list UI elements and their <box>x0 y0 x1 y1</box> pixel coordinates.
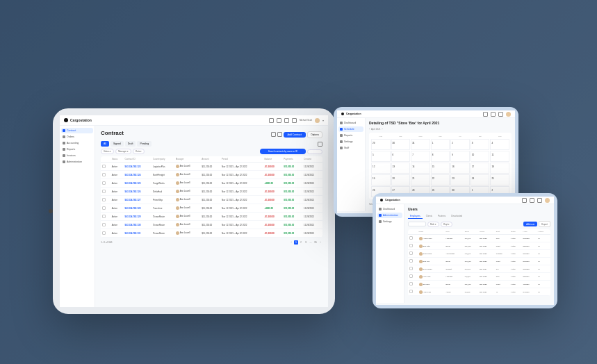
sidebar-item-dashboard[interactable]: Dashboard <box>338 120 363 126</box>
add-contract-button[interactable]: Add Contract <box>284 132 306 138</box>
sidebar-item-orders[interactable]: Orders <box>61 134 93 140</box>
calendar-day[interactable]: 8 <box>431 151 450 162</box>
notification-icon[interactable] <box>483 112 488 117</box>
calendar-day[interactable]: 1 <box>431 139 450 150</box>
calendar-day[interactable]: 9 <box>450 151 470 162</box>
sidebar-item-schedule[interactable]: Schedule <box>338 126 363 132</box>
page-button[interactable]: 1 <box>294 240 298 245</box>
column-header[interactable]: Amount <box>200 156 220 163</box>
contract-id-link[interactable]: 563.134-782.126 <box>124 188 152 196</box>
tab-clients[interactable]: Clients <box>424 214 434 219</box>
checkbox[interactable] <box>409 251 413 255</box>
table-row[interactable]: Active563.134-782.128TransLineAnn Lowell… <box>101 204 322 213</box>
calendar-day[interactable]: 5 <box>371 151 391 162</box>
page-button[interactable]: › <box>318 240 322 245</box>
filter-pill[interactable]: Date ▾ <box>133 149 145 154</box>
calendar-day[interactable]: 11 <box>490 151 509 162</box>
page-button[interactable]: 3 <box>304 240 308 245</box>
tab-employees[interactable]: Employees <box>408 214 423 219</box>
checkbox[interactable] <box>409 282 413 286</box>
sidebar-item-invoices[interactable]: Invoices <box>61 153 93 158</box>
table-row[interactable]: Active563.134-782.127PrimeShipAnn Lowell… <box>101 196 322 204</box>
column-header[interactable]: Created <box>302 156 322 163</box>
page-button[interactable]: 35 <box>313 240 318 245</box>
table-row[interactable]: Dan WeiDriverd.w@co555-1023FleetActive07… <box>408 258 550 265</box>
calendar-day[interactable]: 12 <box>371 163 391 174</box>
table-row[interactable]: Active563.134-782.129OceanRouteAnn Lowel… <box>101 213 322 221</box>
sidebar-item-administration[interactable]: Administration <box>61 159 93 165</box>
contract-id-link[interactable]: 563.134-782.131 <box>124 229 152 238</box>
column-header[interactable]: Name <box>418 229 445 235</box>
calendar-day[interactable]: 10 <box>471 151 490 162</box>
column-header[interactable]: Manager <box>174 156 200 163</box>
column-header[interactable]: Contract ID <box>124 156 152 163</box>
calendar-day[interactable]: 18 <box>490 163 509 174</box>
next-month-button[interactable]: › <box>382 128 383 131</box>
row-actions[interactable]: ⋯ <box>537 288 550 296</box>
sidebar-item-accounting[interactable]: Accounting <box>61 140 93 146</box>
calendar-day[interactable]: 2 <box>450 139 470 150</box>
filter-pill[interactable]: Dept ▾ <box>441 222 452 227</box>
column-header[interactable]: Phone <box>478 229 495 235</box>
checkbox[interactable] <box>102 181 106 185</box>
row-actions[interactable]: ⋯ <box>537 242 550 250</box>
page-button[interactable]: 2 <box>299 240 303 245</box>
row-actions[interactable]: ⋯ <box>537 258 550 265</box>
options-button[interactable]: Options <box>307 131 322 138</box>
logo[interactable]: Cargostation <box>64 118 92 122</box>
table-row[interactable]: Active563.134-782.126DeltaHaulAnn Lowell… <box>101 188 322 196</box>
tab-draft[interactable]: Draft <box>125 141 136 147</box>
calendar-day[interactable]: 7 <box>411 151 430 162</box>
grid-view-icon[interactable] <box>271 132 276 137</box>
sidebar-item-settings[interactable]: Settings <box>338 139 363 144</box>
column-header[interactable]: Status <box>509 229 522 235</box>
tab-partners[interactable]: Partners <box>436 214 448 219</box>
menu-icon[interactable] <box>537 198 542 203</box>
checkbox[interactable] <box>102 206 106 210</box>
contract-id-link[interactable]: 563.134-782.125 <box>124 179 152 188</box>
table-row[interactable]: Gia ParkDriverg.p@co555-1026FleetActive1… <box>408 281 550 288</box>
contract-id-link[interactable]: 563.134-782.124 <box>124 171 152 179</box>
column-header[interactable]: Balance <box>263 156 282 163</box>
checkbox[interactable] <box>102 223 106 226</box>
sidebar-item-settings[interactable]: Settings <box>377 219 402 224</box>
row-actions[interactable]: ⋯ <box>537 235 550 242</box>
table-row[interactable]: Cara SinghAccountantc.s@co555-1022Financ… <box>408 250 550 258</box>
filter-pill[interactable]: Manager ▾ <box>115 149 131 154</box>
search-input[interactable] <box>408 222 426 226</box>
table-row[interactable]: Hugo LindAdminh.l@co555-1027ITActive04/2… <box>408 288 550 296</box>
calendar-icon[interactable] <box>491 112 496 117</box>
menu-icon[interactable] <box>498 112 503 117</box>
add-user-button[interactable]: Add user <box>523 222 537 226</box>
calendar-day[interactable]: 6 <box>391 151 411 162</box>
calendar-day[interactable]: 4 <box>490 139 509 150</box>
table-row[interactable]: Active563.134-782.125CargoWorksAnn Lowel… <box>101 179 322 188</box>
menu-icon[interactable] <box>292 118 297 123</box>
contract-id-link[interactable]: 563.134-782.130 <box>124 221 152 229</box>
checkbox[interactable] <box>102 165 106 168</box>
avatar[interactable] <box>545 198 550 203</box>
calendar-day[interactable]: 17 <box>471 163 490 174</box>
chevron-down-icon[interactable]: ▾ <box>322 119 324 122</box>
column-header[interactable] <box>408 229 418 235</box>
calendar-day[interactable]: 3 <box>471 139 490 150</box>
checkbox[interactable] <box>102 198 106 201</box>
calendar-day[interactable]: 29 <box>371 139 391 150</box>
notification-icon[interactable] <box>522 198 527 203</box>
column-header[interactable]: Email <box>464 229 478 235</box>
calendar-day[interactable]: 23 <box>450 174 470 185</box>
table-row[interactable]: Eva RomanSupporte.r@co555-1024CSActive09… <box>408 265 550 273</box>
notification-icon[interactable] <box>269 118 274 123</box>
chat-icon[interactable] <box>530 198 534 203</box>
table-row[interactable]: Active563.134-782.131OceanRouteAnn Lowel… <box>101 229 322 238</box>
checkbox[interactable] <box>102 231 106 235</box>
calendar-day[interactable]: 24 <box>471 174 490 185</box>
contract-id-link[interactable]: 563.134-782.123 <box>124 163 152 171</box>
checkbox[interactable] <box>102 190 106 193</box>
row-actions[interactable]: ⋯ <box>537 273 550 281</box>
tab-deactivated[interactable]: Deactivated <box>449 214 464 219</box>
filter-icon[interactable] <box>318 142 322 147</box>
calendar-day[interactable]: 20 <box>391 174 411 185</box>
checkbox[interactable] <box>409 274 413 278</box>
page-button[interactable]: ... <box>309 240 313 245</box>
